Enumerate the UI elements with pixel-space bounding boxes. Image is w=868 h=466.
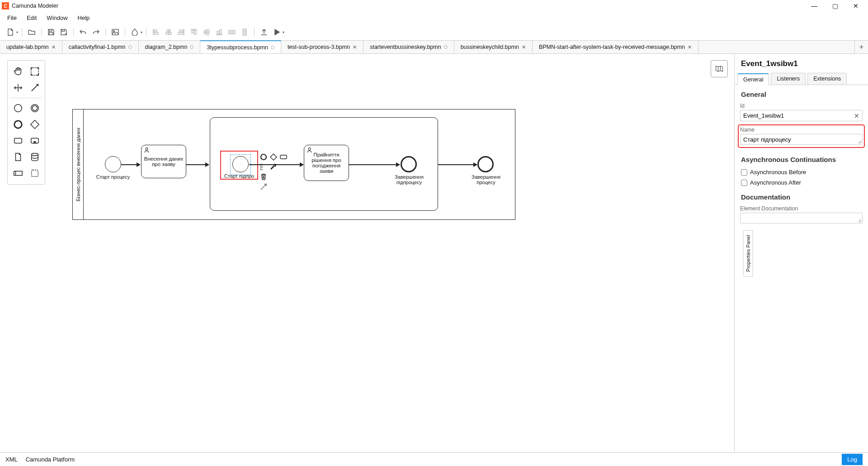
subprocess-tool[interactable] (28, 134, 41, 147)
sequence-flow[interactable] (349, 164, 400, 165)
menu-help[interactable]: Help (75, 14, 93, 22)
context-pad (259, 153, 288, 191)
task-label: Внесення даних про заяву (143, 156, 184, 167)
diagram-canvas[interactable]: Бізнес-процес внесення даних Старт проце… (45, 54, 734, 453)
tab-dirty-icon (128, 45, 132, 49)
tab-listeners[interactable]: Listeners (771, 73, 806, 85)
align-center-button[interactable] (163, 26, 175, 38)
menu-file[interactable]: File (5, 14, 19, 22)
tab-general[interactable]: General (737, 73, 769, 85)
subprocess-end-label: Завершення підпроцесу (389, 174, 429, 185)
documentation-input[interactable] (741, 213, 862, 223)
tab-1[interactable]: callactivityfinal-1.bpmn (62, 41, 139, 53)
data-object-tool[interactable] (12, 151, 24, 163)
window-close-button[interactable]: ✕ (845, 0, 866, 12)
name-input[interactable] (741, 134, 862, 144)
run-dropdown-icon[interactable]: ▾ (283, 30, 284, 34)
intermediate-event-tool[interactable] (28, 102, 41, 114)
tab-2[interactable]: diagram_2.bpmn (139, 41, 201, 53)
end-event-label: Завершення процесу (466, 174, 506, 185)
group-documentation: Documentation (735, 188, 868, 204)
tab-dirty-icon (444, 45, 448, 49)
id-clear-button[interactable]: ✕ (851, 112, 862, 119)
redo-button[interactable] (90, 26, 102, 38)
new-file-dropdown-icon[interactable]: ▾ (16, 30, 18, 34)
sequence-flow[interactable] (121, 164, 140, 165)
ctx-task[interactable] (279, 153, 288, 161)
minimap-toggle[interactable] (711, 60, 728, 77)
ctx-connect[interactable] (259, 183, 268, 191)
hand-tool[interactable] (12, 65, 24, 78)
data-store-tool[interactable] (28, 151, 41, 163)
connect-tool[interactable] (28, 81, 41, 94)
task-tool[interactable] (12, 134, 24, 147)
tab-close-icon[interactable]: ✕ (353, 44, 357, 50)
tab-4[interactable]: test-sub-process-3.bpmn✕ (281, 41, 363, 53)
async-after-checkbox[interactable] (741, 180, 747, 186)
sequence-flow[interactable] (249, 164, 303, 165)
distribute-v-button[interactable] (239, 26, 250, 38)
align-left-button[interactable] (150, 26, 162, 38)
subprocess-end-event[interactable] (401, 156, 417, 172)
window-maximize-button[interactable]: ▢ (825, 0, 845, 12)
end-event[interactable] (477, 156, 494, 172)
tab-5[interactable]: starteventbussineskey.bpmn (363, 41, 454, 53)
svg-rect-7 (243, 34, 246, 35)
undo-button[interactable] (77, 26, 89, 38)
tab-close-icon[interactable]: ✕ (52, 44, 56, 50)
tab-add-button[interactable]: + (854, 41, 868, 53)
tab-extensions[interactable]: Extensions (807, 73, 847, 85)
subprocess-start-event[interactable] (232, 156, 249, 172)
tab-3[interactable]: 3typessubprocess.bpmn (200, 40, 281, 53)
tab-close-icon[interactable]: ✕ (688, 44, 692, 50)
start-event[interactable] (105, 156, 121, 172)
export-image-button[interactable] (109, 26, 121, 38)
ctx-gateway[interactable] (269, 153, 278, 161)
tab-close-icon[interactable]: ✕ (522, 44, 526, 50)
run-button[interactable] (271, 26, 283, 38)
group-tool[interactable] (28, 167, 41, 180)
align-top-button[interactable] (188, 26, 200, 38)
tab-label: test-sub-process-3.bpmn (288, 44, 350, 50)
svg-point-19 (146, 148, 148, 150)
gateway-tool[interactable] (28, 118, 41, 131)
align-middle-button[interactable] (201, 26, 212, 38)
tab-label: diagram_2.bpmn (145, 44, 188, 50)
svg-point-22 (308, 148, 311, 150)
lasso-tool[interactable] (28, 65, 41, 78)
color-dropdown-icon[interactable]: ▾ (141, 30, 142, 34)
user-task-2[interactable]: Прийняття рішення про погодження заяви (304, 145, 349, 181)
ctx-end-event[interactable] (259, 153, 268, 161)
open-file-button[interactable] (26, 26, 38, 38)
align-bottom-button[interactable] (213, 26, 225, 38)
svg-rect-3 (231, 30, 233, 34)
sequence-flow[interactable] (438, 164, 477, 165)
menu-edit[interactable]: Edit (24, 14, 39, 22)
resize-handle-icon[interactable] (857, 218, 861, 222)
save-as-button[interactable] (58, 26, 70, 38)
ctx-delete[interactable] (259, 173, 268, 181)
properties-panel-toggle[interactable]: Properties Panel (743, 230, 753, 276)
new-file-button[interactable] (5, 26, 16, 38)
align-right-button[interactable] (175, 26, 187, 38)
distribute-h-button[interactable] (226, 26, 238, 38)
tab-0[interactable]: update-lab.bpmn✕ (0, 41, 62, 53)
id-input[interactable] (741, 110, 851, 121)
pool-tool[interactable] (12, 167, 24, 180)
window-minimize-button[interactable]: — (804, 0, 825, 12)
user-task-1[interactable]: Внесення даних про заяву (141, 145, 186, 178)
tab-6[interactable]: bussineskeychild.bpmn✕ (454, 41, 533, 53)
menu-window[interactable]: Window (44, 14, 70, 22)
color-button[interactable] (129, 26, 141, 38)
async-before-checkbox[interactable] (741, 169, 747, 176)
sequence-flow[interactable] (186, 164, 209, 165)
deploy-button[interactable] (258, 26, 270, 38)
space-tool[interactable] (12, 81, 24, 94)
resize-handle-icon[interactable] (857, 139, 861, 143)
tab-7[interactable]: BPMN-start-after-system-task-by-received… (533, 41, 698, 53)
end-event-tool[interactable] (12, 118, 24, 131)
start-event-tool[interactable] (12, 102, 24, 114)
group-async: Asynchronous Continuations (735, 150, 868, 167)
save-button[interactable] (45, 26, 57, 38)
tab-label: bussineskeychild.bpmn (461, 44, 519, 50)
